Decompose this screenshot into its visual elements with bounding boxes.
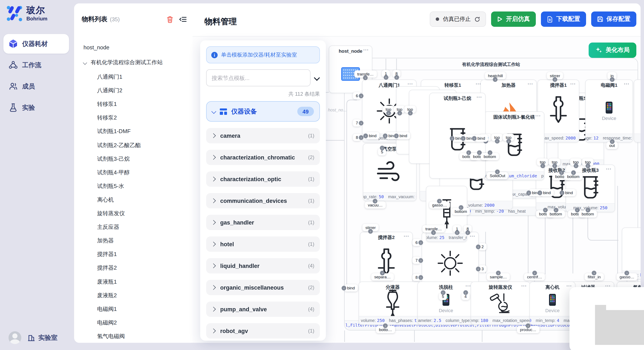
category-communication_devices[interactable]: communication_devices(1) — [206, 193, 320, 208]
tree-item[interactable]: 有机化学流程综合测试工作站 — [74, 58, 192, 67]
download-config-button[interactable]: 下载配置 — [541, 11, 586, 27]
canvas-node-离心机[interactable]: 离心机•••Device: 40min_temp: 4max_spe — [530, 282, 576, 325]
refresh-icon[interactable] — [474, 16, 480, 22]
node-menu-icon[interactable]: ••• — [476, 95, 482, 99]
port-chip[interactable]: bind‹ — [474, 135, 488, 142]
category-characterization_chromatic[interactable]: characterization_chromatic(2) — [206, 150, 320, 165]
port-chip[interactable]: bind‹ — [540, 189, 554, 196]
port-chip[interactable]: 8› — [353, 134, 361, 141]
node-menu-icon[interactable]: ••• — [528, 82, 533, 86]
start-simulation-button[interactable]: 开启仿真 — [491, 11, 536, 27]
node-menu-icon[interactable]: ••• — [408, 82, 413, 86]
tree-item[interactable]: 试剂瓶5-水 — [74, 181, 192, 191]
port-chip[interactable]: bottom› — [564, 173, 582, 180]
category-hotel[interactable]: hotel(1) — [206, 236, 320, 252]
simulation-status-pill[interactable]: 仿真已停止 — [430, 11, 486, 27]
port-chip[interactable]: top› — [549, 159, 560, 166]
port-chip[interactable]: filter_in› — [584, 273, 604, 280]
node-menu-icon[interactable]: ••• — [566, 284, 572, 288]
port-chip[interactable]: 3‹ — [478, 265, 487, 272]
tree-item[interactable]: 废液瓶1 — [74, 277, 192, 286]
node-menu-icon[interactable]: ••• — [521, 284, 527, 288]
tree-item[interactable]: 搅拌器1 — [74, 250, 192, 259]
tree-item[interactable]: host_node — [74, 42, 192, 52]
canvas-node-旋转蒸发仪[interactable]: 旋转蒸发仪•••temp: 180max_rotation_speed: — [471, 282, 530, 325]
preview-popup[interactable] — [570, 287, 644, 350]
tree-item[interactable]: 电磁阀2 — [74, 318, 192, 328]
port-chip[interactable]: centrif…› — [524, 273, 545, 280]
tree-item[interactable]: 氢气电磁阀 — [74, 332, 192, 341]
category-characterization_optic[interactable]: characterization_optic(1) — [206, 172, 320, 187]
node-menu-icon[interactable]: ••• — [536, 114, 541, 118]
port-chip[interactable]: top› — [503, 134, 514, 141]
port-chip[interactable]: top› — [537, 159, 548, 166]
category-camera[interactable]: camera(1) — [206, 128, 320, 143]
sidebar-item-cube[interactable]: 仪器耗材 — [4, 34, 69, 54]
port-chip[interactable]: sample…› — [487, 273, 510, 280]
tree-item[interactable]: 试剂瓶4-甲醇 — [74, 168, 192, 177]
port-chip[interactable]: top› — [383, 106, 394, 113]
sidebar-item-lab[interactable]: 实验室 — [27, 334, 58, 342]
port-chip[interactable]: bottom› — [481, 153, 499, 160]
avatar[interactable] — [8, 331, 21, 344]
port-chip[interactable]: botto…› — [376, 326, 395, 333]
tree-item[interactable]: 加热器 — [74, 236, 192, 245]
port-chip[interactable]: stirrer› — [362, 224, 379, 231]
node-menu-icon[interactable]: ••• — [570, 82, 576, 86]
port-chip[interactable]: separa…› — [371, 273, 394, 280]
port-chip[interactable]: 6› — [412, 239, 421, 246]
sidebar-item-experiment[interactable]: 实验 — [4, 98, 69, 117]
port-chip[interactable]: bottom› — [452, 208, 470, 215]
tree-item[interactable]: 离心机 — [74, 195, 192, 204]
node-menu-icon[interactable]: ••• — [363, 48, 369, 52]
tree-item[interactable]: 试剂瓶2-乙酸乙酯 — [74, 141, 192, 150]
port-chip[interactable]: 7› — [412, 257, 421, 264]
tree-item[interactable]: 主反应器 — [74, 222, 192, 232]
port-chip[interactable]: 4› — [462, 293, 470, 300]
port-chip[interactable]: 6› — [353, 92, 361, 99]
port-chip[interactable]: bottom› — [578, 210, 597, 217]
tree-item[interactable]: 八通阀门1 — [74, 72, 192, 82]
tree-item[interactable]: 试剂瓶1-DMF — [74, 127, 192, 136]
port-chip[interactable]: 7› — [353, 119, 361, 127]
port-chip[interactable]: produc…› — [517, 326, 539, 333]
node-menu-icon[interactable]: ••• — [624, 82, 630, 86]
port-chip[interactable]: stirrer› — [547, 72, 563, 79]
port-chip[interactable]: 1› — [382, 70, 390, 77]
tree-item[interactable]: 电磁阀1 — [74, 304, 192, 314]
port-chip[interactable]: 8› — [392, 70, 401, 77]
tree-item[interactable]: 试剂瓶3-己烷 — [74, 154, 192, 164]
port-chip[interactable]: gasso…› — [616, 273, 638, 280]
category-robot_agv[interactable]: robot_agv(1) — [206, 323, 320, 339]
node-menu-icon[interactable]: ••• — [404, 234, 409, 238]
canvas-node-洗脱柱[interactable]: 洗脱柱•••Devicediameter: 2.5column_type: si — [418, 282, 474, 325]
port-chip[interactable]: heatchill› — [485, 72, 506, 79]
port-chip[interactable]: top› — [404, 106, 416, 113]
sidebar-item-members[interactable]: 成员 — [4, 77, 69, 96]
canvas-node-氢气气源[interactable]: 氢气气源Device_type: hydrogenmax_pre — [622, 227, 640, 279]
tree-item[interactable]: 转移泵1 — [74, 100, 192, 109]
tree-item[interactable]: 搅拌器2 — [74, 263, 192, 273]
port-chip[interactable]: 8› — [412, 274, 421, 281]
group-instruments[interactable]: 仪器设备 49 — [206, 101, 320, 122]
tree-item[interactable]: 转移泵2 — [74, 113, 192, 123]
port-chip[interactable]: transfe…› — [354, 70, 376, 78]
port-chip[interactable]: bottom› — [547, 210, 565, 217]
port-chip[interactable]: top› — [570, 159, 582, 166]
port-chip[interactable]: top› — [491, 134, 503, 141]
port-chip[interactable]: bind‹ — [344, 284, 358, 292]
save-config-button[interactable]: 保存配置 — [591, 11, 636, 27]
tree-item[interactable]: 八通阀门2 — [74, 86, 192, 95]
category-gas_handler[interactable]: gas_handler(1) — [206, 215, 320, 230]
port-chip[interactable]: 8› — [464, 225, 472, 232]
canvas-node-固体试剂瓶3-氯化镁[interactable]: 固体试剂瓶3-氯化镁•••agent: magnesium_chlorideph… — [484, 111, 544, 180]
search-input[interactable] — [206, 69, 310, 86]
port-chip[interactable]: SolidOut› — [487, 172, 508, 179]
port-chip[interactable]: bind‹ — [366, 132, 380, 139]
port-chip[interactable]: 5› — [378, 148, 386, 156]
category-organic_miscellaneous[interactable]: organic_miscellaneous(2) — [206, 280, 320, 295]
canvas-node[interactable]: voltage: 12 — [634, 80, 640, 143]
node-menu-icon[interactable]: ••• — [606, 167, 612, 171]
port-chip[interactable]: gasso…› — [429, 201, 450, 209]
port-chip[interactable]: out› — [606, 142, 618, 149]
